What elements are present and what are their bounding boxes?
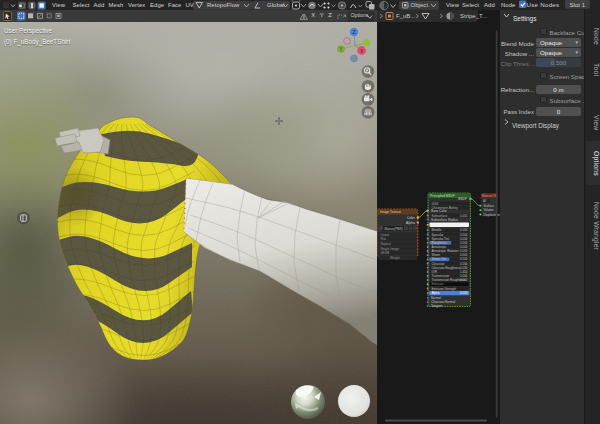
svg-text:Linear: Linear <box>381 233 391 237</box>
svg-text:0.000: 0.000 <box>460 214 468 218</box>
svg-text:Flat: Flat <box>381 237 386 241</box>
svg-text:Subsurface Radius: Subsurface Radius <box>431 218 458 222</box>
svg-text:0.543: 0.543 <box>460 291 468 295</box>
svg-text:Volume: Volume <box>484 208 494 212</box>
svg-text:0.000: 0.000 <box>460 278 468 282</box>
svg-text:Tangent: Tangent <box>431 304 442 308</box>
svg-text:Image Texture: Image Texture <box>380 210 401 214</box>
svg-text:Surface: Surface <box>484 204 495 208</box>
svg-text:Displacement: Displacement <box>484 213 501 217</box>
svg-text:sRGB: sRGB <box>381 251 390 255</box>
svg-text:Manus(PBR): Manus(PBR) <box>385 227 403 231</box>
svg-text:All: All <box>483 199 486 203</box>
svg-text:GGX: GGX <box>432 202 439 206</box>
svg-text:Principled BSDF: Principled BSDF <box>430 194 455 198</box>
svg-text:Alpha: Alpha <box>406 221 415 225</box>
svg-text:Repeat: Repeat <box>381 242 391 246</box>
svg-text:Weight: Weight <box>390 256 400 260</box>
svg-text:BSDF: BSDF <box>458 197 467 201</box>
svg-text:Emission Strength: Emission Strength <box>432 287 457 291</box>
svg-text:Alpha: Alpha <box>432 291 440 295</box>
svg-text:Single Image: Single Image <box>381 247 400 251</box>
svg-text:Base Color: Base Color <box>431 209 448 213</box>
svg-text:Color: Color <box>407 216 416 220</box>
